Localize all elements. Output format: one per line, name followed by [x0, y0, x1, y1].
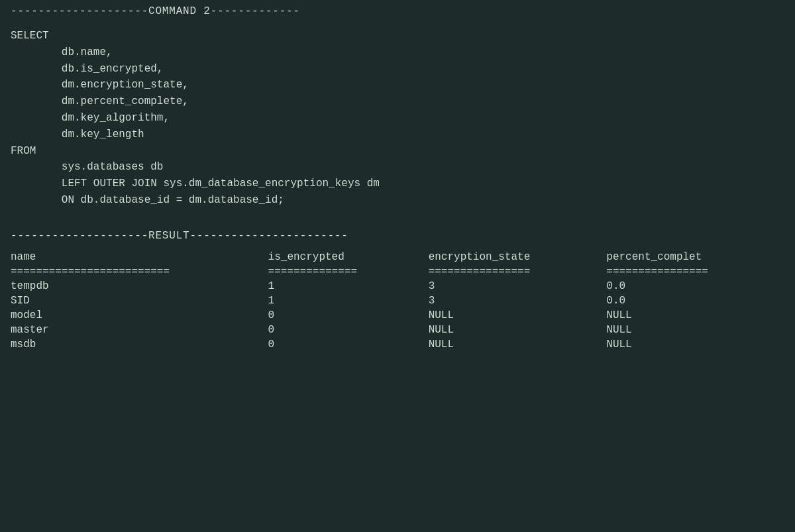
table-cell-3-3: NULL	[606, 323, 784, 337]
table-cell-4-3: NULL	[606, 337, 784, 352]
sql-field-6: dm.key_length	[11, 127, 784, 143]
sql-field-5: dm.key_algorithm,	[11, 110, 784, 127]
terminal-window: --------------------COMMAND 2-----------…	[0, 0, 795, 532]
sql-block: SELECT db.name, db.is_encrypted, dm.encr…	[11, 28, 784, 209]
table-cell-1-1: 1	[268, 293, 429, 308]
sep-name: =========================	[11, 264, 268, 279]
table-cell-3-1: 0	[268, 323, 429, 337]
sql-field-3: dm.encryption_state,	[11, 77, 784, 93]
sep-state: ================	[429, 264, 607, 279]
sep-complete: ================	[606, 264, 784, 279]
result-header: --------------------RESULT--------------…	[11, 230, 784, 242]
table-cell-0-2: 3	[429, 279, 607, 293]
table-cell-3-2: NULL	[429, 323, 607, 337]
table-cell-1-0: SID	[11, 293, 268, 308]
table-cell-1-3: 0.0	[606, 293, 784, 308]
sql-select: SELECT	[11, 28, 784, 44]
table-cell-1-2: 3	[429, 293, 607, 308]
table-header-row: name is_encrypted encryption_state perce…	[11, 250, 784, 264]
table-row: tempdb130.0	[11, 279, 784, 293]
table-row: model0NULLNULL	[11, 308, 784, 323]
sql-join-3: ON db.database_id = dm.database_id;	[11, 192, 784, 209]
col-header-encrypted: is_encrypted	[268, 250, 429, 264]
table-row: SID130.0	[11, 293, 784, 308]
table-cell-4-1: 0	[268, 337, 429, 352]
table-cell-4-2: NULL	[429, 337, 607, 352]
table-cell-2-3: NULL	[606, 308, 784, 323]
sql-join-2: LEFT OUTER JOIN sys.dm_database_encrypti…	[11, 176, 784, 192]
table-cell-4-0: msdb	[11, 337, 268, 352]
sql-from: FROM	[11, 143, 784, 160]
table-row: master0NULLNULL	[11, 323, 784, 337]
sql-join-1: sys.databases db	[11, 159, 784, 176]
sql-field-1: db.name,	[11, 44, 784, 61]
col-header-state: encryption_state	[429, 250, 607, 264]
table-cell-2-0: model	[11, 308, 268, 323]
table-cell-0-1: 1	[268, 279, 429, 293]
sep-encrypted: ==============	[268, 264, 429, 279]
command-header: --------------------COMMAND 2-----------…	[11, 5, 784, 17]
table-cell-3-0: master	[11, 323, 268, 337]
table-body: tempdb130.0SID130.0model0NULLNULLmaster0…	[11, 279, 784, 352]
table-cell-0-3: 0.0	[606, 279, 784, 293]
col-header-name: name	[11, 250, 268, 264]
result-table: name is_encrypted encryption_state perce…	[11, 250, 784, 352]
table-separator-row: ========================= ==============…	[11, 264, 784, 279]
sql-field-2: db.is_encrypted,	[11, 61, 784, 78]
col-header-complete: percent_complet	[606, 250, 784, 264]
table-row: msdb0NULLNULL	[11, 337, 784, 352]
table-cell-0-0: tempdb	[11, 279, 268, 293]
table-cell-2-1: 0	[268, 308, 429, 323]
sql-field-4: dm.percent_complete,	[11, 93, 784, 110]
table-cell-2-2: NULL	[429, 308, 607, 323]
